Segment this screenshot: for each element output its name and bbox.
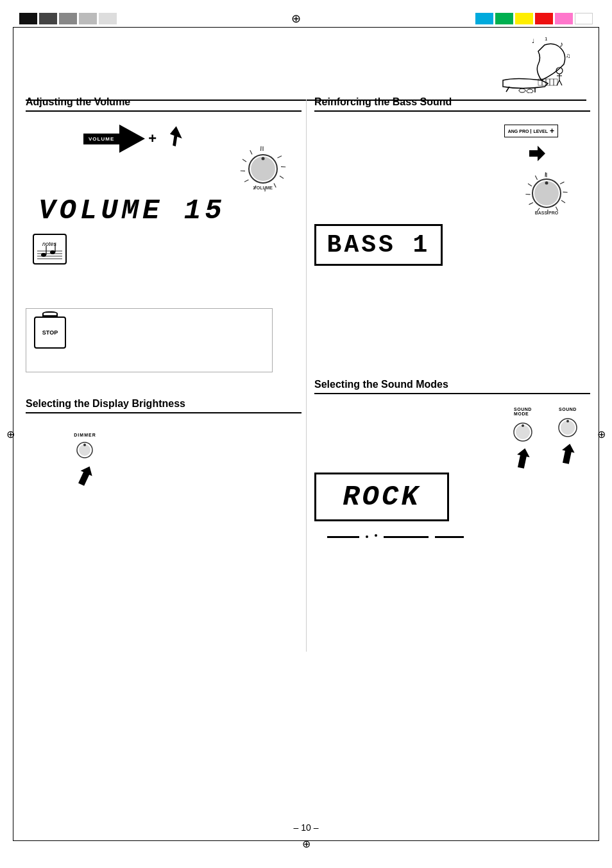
dimmer-knob-group: DIMMER (71, 433, 99, 487)
color-box-pink (555, 13, 573, 24)
volume-knob-area: VOLUME (26, 143, 289, 195)
page-number: – 10 – (294, 822, 319, 833)
svg-point-63 (561, 421, 575, 435)
svg-point-61 (522, 424, 524, 427)
color-box-cyan (475, 13, 493, 24)
stop-label: STOP (42, 329, 58, 336)
svg-text:notes: notes (42, 241, 57, 247)
svg-point-58 (83, 444, 86, 446)
svg-point-36 (41, 253, 46, 257)
sm-line-1 (327, 536, 359, 538)
bass-knob-area: BASS PRO (314, 169, 571, 221)
sound-mode-label: SOUNDMODE (514, 407, 532, 416)
svg-rect-9 (550, 79, 554, 85)
svg-line-25 (259, 146, 263, 151)
svg-line-16 (281, 165, 285, 169)
color-box-yellow (515, 13, 533, 24)
svg-point-11 (519, 89, 525, 92)
svg-rect-30 (33, 234, 66, 264)
sound-mode-lines (327, 534, 590, 538)
rock-display: ROCK (314, 473, 449, 521)
dimmer-area: DIMMER (71, 433, 302, 487)
svg-text:1: 1 (545, 36, 548, 42)
pointer-arrow-bass-level (504, 141, 558, 166)
svg-line-17 (280, 176, 284, 178)
bass-display: BASS 1 (314, 224, 443, 266)
top-bar: ⊕ (0, 12, 612, 26)
svg-line-23 (242, 159, 246, 162)
brightness-section: Selecting the Display Brightness DIMMER (26, 398, 302, 487)
sm-line-2 (384, 536, 429, 538)
sm-line-3 (435, 536, 464, 538)
sound-modes-heading: Selecting the Sound Modes (314, 379, 590, 394)
svg-line-48 (525, 193, 530, 196)
crosshair-right: ⊕ (597, 428, 606, 440)
svg-point-54 (545, 182, 548, 185)
adjusting-volume-heading: Adjusting the Volume (26, 96, 302, 112)
crosshair-left: ⊕ (6, 428, 15, 440)
stop-hat (42, 311, 58, 317)
svg-point-53 (534, 181, 559, 205)
svg-point-27 (251, 157, 275, 181)
svg-line-18 (273, 184, 277, 187)
brightness-heading: Selecting the Display Brightness (26, 398, 302, 413)
plus-sign: + (148, 130, 157, 147)
ang-pro-level-label: ANG PRO LEVEL + (504, 125, 558, 137)
sound-group: SOUND (552, 407, 584, 465)
piano-illustration: ♪ ♫ ♩ 1 (490, 35, 580, 93)
svg-text:BASS PRO: BASS PRO (535, 211, 559, 215)
color-box-red (535, 13, 553, 24)
svg-line-50 (534, 176, 538, 180)
svg-line-43 (561, 200, 565, 203)
svg-text:♩: ♩ (532, 38, 534, 44)
svg-text:♫: ♫ (566, 52, 571, 59)
sound-modes-section: Selecting the Sound Modes SOUNDMODE SOUN… (314, 379, 590, 538)
color-box-white (575, 13, 593, 24)
svg-line-22 (241, 169, 245, 173)
svg-point-60 (516, 425, 530, 439)
gray-box-3 (59, 13, 77, 24)
gray-box-4 (79, 13, 97, 24)
dimmer-label: DIMMER (74, 433, 96, 437)
stop-icon: STOP (34, 317, 66, 349)
color-box-green (495, 13, 513, 24)
bass-sound-section: Reinforcing the Bass Sound ANG PRO LEVEL… (314, 96, 590, 266)
grayscale-strip (19, 13, 117, 24)
sound-knob-area: SOUNDMODE SOUND (314, 407, 584, 469)
gray-box-1 (19, 13, 37, 24)
volume-display-text: VOLUME 15 (38, 195, 302, 227)
sound-mode-pointer (510, 447, 536, 469)
crosshair-top: ⊕ (291, 12, 301, 26)
svg-line-15 (278, 155, 282, 159)
svg-line-42 (563, 190, 567, 194)
pointer-arrow-volume (163, 125, 195, 153)
adjusting-volume-section: Adjusting the Volume VOLUME + (26, 96, 302, 268)
svg-line-41 (560, 180, 564, 185)
sm-dot-2 (375, 534, 377, 537)
sound-label: SOUND (559, 407, 577, 412)
svg-line-47 (529, 201, 533, 205)
color-strip (475, 13, 593, 24)
svg-point-12 (527, 89, 533, 93)
dimmer-pointer (71, 462, 99, 489)
svg-line-49 (528, 184, 532, 186)
volume-arrow (119, 125, 145, 153)
volume-label: VOLUME (83, 134, 119, 144)
svg-point-28 (262, 157, 265, 161)
gray-box-2 (39, 13, 57, 24)
bass-level-area: ANG PRO LEVEL + (314, 125, 558, 166)
svg-line-21 (244, 178, 248, 183)
svg-text:♪: ♪ (559, 40, 563, 49)
svg-point-64 (566, 420, 569, 422)
sm-dot-1 (366, 535, 368, 538)
bass-sound-heading: Reinforcing the Bass Sound (314, 96, 590, 112)
svg-text:VOLUME: VOLUME (253, 186, 273, 190)
svg-line-24 (249, 150, 253, 154)
notes-icon: notes (32, 233, 302, 268)
crosshair-bottom: ⊕ (302, 838, 310, 850)
svg-point-38 (50, 250, 55, 254)
center-divider (306, 100, 307, 652)
stop-box: STOP (26, 308, 273, 372)
border-top (13, 27, 599, 28)
sound-mode-group: SOUNDMODE (507, 407, 539, 469)
